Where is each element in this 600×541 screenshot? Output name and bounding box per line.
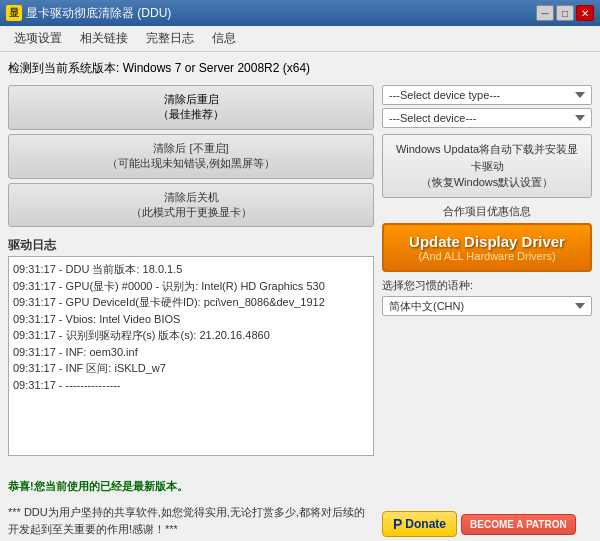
partner-label: 合作项目优惠信息 — [382, 204, 592, 219]
no-restart-line2: （可能出现未知错误,例如黑屏等） — [107, 157, 275, 169]
log-line: 09:31:17 - INF: oem30.inf — [13, 344, 369, 361]
log-section: 驱动日志 09:31:17 - DDU 当前版本: 18.0.1.5 09:31… — [8, 237, 374, 467]
win-update-line1: Windows Updata将自动下载并安装显 — [396, 143, 578, 155]
app-icon: 显 — [6, 5, 22, 21]
detection-info: 检测到当前系统版本: Windows 7 or Server 2008R2 (x… — [8, 60, 592, 77]
left-panel: 清除后重启 （最佳推荐） 清除后 [不重启] （可能出现未知错误,例如黑屏等） … — [8, 85, 374, 537]
donate-button[interactable]: P Donate — [382, 511, 457, 537]
minimize-button[interactable]: ─ — [536, 5, 554, 21]
shutdown-line1: 清除后关机 — [164, 191, 219, 203]
log-line: 09:31:17 - --------------- — [13, 377, 369, 394]
paypal-icon: P — [393, 516, 402, 532]
clean-no-restart-button[interactable]: 清除后 [不重启] （可能出现未知错误,例如黑屏等） — [8, 134, 374, 179]
window-body: 检测到当前系统版本: Windows 7 or Server 2008R2 (x… — [0, 52, 600, 541]
footer-note: *** DDU为用户坚持的共享软件,如您觉得实用,无论打赏多少,都将对后续的开发… — [8, 504, 374, 537]
patron-button[interactable]: BECOME A PATRON — [461, 514, 576, 535]
menu-bar: 选项设置 相关链接 完整日志 信息 — [0, 26, 600, 52]
device-dropdown[interactable]: ---Select device--- — [382, 108, 592, 128]
close-button[interactable]: ✕ — [576, 5, 594, 21]
window-title: 显卡驱动彻底清除器 (DDU) — [26, 5, 171, 22]
detection-version: Windows 7 or Server 2008R2 (x64) — [123, 61, 310, 75]
log-line: 09:31:17 - DDU 当前版本: 18.0.1.5 — [13, 261, 369, 278]
log-line: 09:31:17 - Vbios: Intel Video BIOS — [13, 311, 369, 328]
lang-section: 选择您习惯的语种: 简体中文(CHN) English 繁體中文(TWN) 日本… — [382, 278, 592, 316]
language-dropdown[interactable]: 简体中文(CHN) English 繁體中文(TWN) 日本語 — [382, 296, 592, 316]
windows-update-button[interactable]: Windows Updata将自动下载并安装显 卡驱动 （恢复Windows默认… — [382, 134, 592, 198]
action-buttons: 清除后重启 （最佳推荐） 清除后 [不重启] （可能出现未知错误,例如黑屏等） … — [8, 85, 374, 227]
update-banner[interactable]: Update Display Driver (And ALL Hardware … — [382, 223, 592, 272]
restore-button[interactable]: □ — [556, 5, 574, 21]
log-line: 09:31:17 - INF 区间: iSKLD_w7 — [13, 360, 369, 377]
restart-clean-button[interactable]: 清除后重启 （最佳推荐） — [8, 85, 374, 130]
restart-clean-line2: （最佳推荐） — [158, 108, 224, 120]
donate-section: P Donate BECOME A PATRON — [382, 505, 592, 537]
menu-info[interactable]: 信息 — [204, 28, 244, 49]
log-line: 09:31:17 - GPU DeviceId(显卡硬件ID): pci\ven… — [13, 294, 369, 311]
win-update-line2: 卡驱动 — [471, 160, 504, 172]
donate-label: Donate — [405, 517, 446, 531]
lang-label: 选择您习惯的语种: — [382, 278, 592, 293]
update-banner-title: Update Display Driver — [390, 233, 584, 250]
menu-links[interactable]: 相关链接 — [72, 28, 136, 49]
detection-label: 检测到当前系统版本: — [8, 61, 119, 75]
device-type-group: ---Select device type--- GPU Audio Chips… — [382, 85, 592, 128]
no-restart-line1: 清除后 [不重启] — [153, 142, 228, 154]
partner-section: 合作项目优惠信息 Update Display Driver (And ALL … — [382, 204, 592, 272]
right-panel: ---Select device type--- GPU Audio Chips… — [382, 85, 592, 537]
log-line: 09:31:17 - 识别到驱动程序(s) 版本(s): 21.20.16.48… — [13, 327, 369, 344]
congrats-text: 恭喜!您当前使用的已经是最新版本。 — [8, 479, 374, 494]
title-bar: 显 显卡驱动彻底清除器 (DDU) ─ □ ✕ — [0, 0, 600, 26]
window-controls: ─ □ ✕ — [536, 5, 594, 21]
footer-note-text: *** DDU为用户坚持的共享软件,如您觉得实用,无论打赏多少,都将对后续的开发… — [8, 506, 365, 535]
menu-options[interactable]: 选项设置 — [6, 28, 70, 49]
log-line: 09:31:17 - GPU(显卡) #0000 - 识别为: Intel(R)… — [13, 278, 369, 295]
log-label: 驱动日志 — [8, 237, 374, 254]
update-banner-sub: (And ALL Hardware Drivers) — [390, 250, 584, 262]
title-bar-left: 显 显卡驱动彻底清除器 (DDU) — [6, 5, 171, 22]
shutdown-clean-button[interactable]: 清除后关机 （此模式用于更换显卡） — [8, 183, 374, 228]
device-type-dropdown[interactable]: ---Select device type--- GPU Audio Chips… — [382, 85, 592, 105]
log-area[interactable]: 09:31:17 - DDU 当前版本: 18.0.1.5 09:31:17 -… — [8, 256, 374, 456]
restart-clean-line1: 清除后重启 — [164, 93, 219, 105]
win-update-line3: （恢复Windows默认设置） — [421, 176, 554, 188]
menu-full-log[interactable]: 完整日志 — [138, 28, 202, 49]
shutdown-line2: （此模式用于更换显卡） — [131, 206, 252, 218]
main-content: 清除后重启 （最佳推荐） 清除后 [不重启] （可能出现未知错误,例如黑屏等） … — [8, 85, 592, 537]
